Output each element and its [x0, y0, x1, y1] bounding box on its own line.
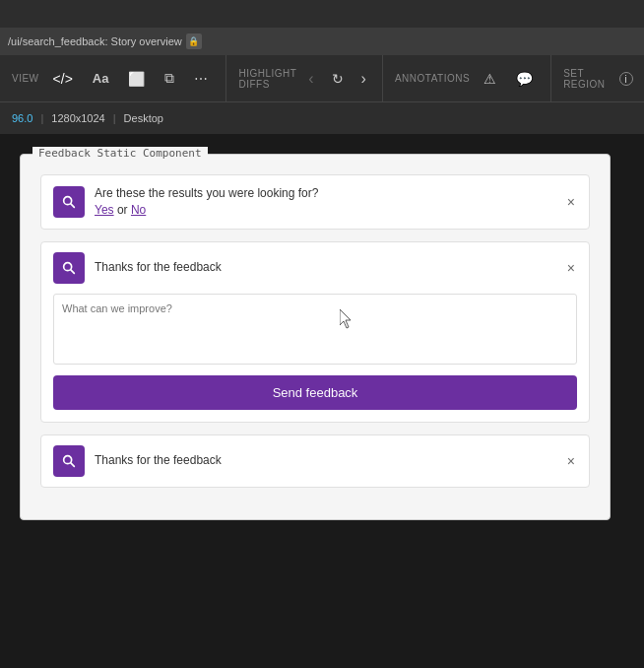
feedback-card-2: Thanks for the feedback × Send feedback: [40, 241, 590, 423]
card2-close-btn[interactable]: ×: [565, 259, 577, 277]
view-crop-btn[interactable]: ⬜: [122, 67, 151, 91]
crop-icon: ⬜: [128, 71, 145, 87]
feedback-textarea[interactable]: [53, 294, 577, 365]
card1-text: Are these the results you were looking f…: [95, 185, 555, 219]
annotation-comment-btn[interactable]: 💬: [510, 67, 539, 91]
comment-icon: 💬: [516, 71, 533, 87]
card2-search-icon-box: [53, 252, 85, 284]
view-layers-btn[interactable]: ⧉: [159, 66, 180, 91]
set-region-info-btn[interactable]: i: [613, 68, 639, 90]
view-label: VIEW: [12, 73, 39, 84]
diff-prev-btn[interactable]: ‹: [304, 68, 317, 90]
panel-title: Feedback Static Component: [32, 147, 208, 160]
highlight-diffs-section: HIGHLIGHT DIFFS ‹ ↻ ›: [226, 55, 382, 101]
sep1: |: [40, 112, 43, 124]
lock-icon: 🔒: [186, 33, 202, 49]
svg-line-1: [71, 203, 75, 207]
card3-header: Thanks for the feedback ×: [41, 435, 589, 487]
card1-header: Are these the results you were looking f…: [41, 175, 589, 229]
info-icon: i: [619, 72, 633, 86]
or-text: or: [117, 203, 128, 217]
view-section: VIEW </> Aa ⬜ ⧉ ⋯: [0, 55, 226, 101]
toolbar: VIEW </> Aa ⬜ ⧉ ⋯ HIGHLIGHT DIFFS ‹ ↻ › …: [0, 55, 644, 102]
feedback-static-component: Feedback Static Component Are these the …: [20, 154, 611, 520]
annotation-warning-btn[interactable]: ⚠: [478, 67, 502, 91]
breadcrumb-bar: /ui/search_feedback: Story overview 🔒: [0, 28, 644, 55]
device-type: Desktop: [124, 112, 163, 124]
sync-icon: ↻: [332, 71, 344, 87]
card2-body: Send feedback: [41, 294, 589, 422]
layers-icon: ⧉: [164, 70, 174, 87]
text-aa-icon: Aa: [93, 71, 109, 86]
card2-header-text: Thanks for the feedback: [95, 259, 555, 276]
diff-next-btn[interactable]: ›: [357, 68, 370, 90]
card3-close-btn[interactable]: ×: [565, 452, 577, 470]
card2-header: Thanks for the feedback ×: [41, 242, 589, 294]
main-content: Feedback Static Component Are these the …: [0, 134, 644, 668]
code-icon: </>: [53, 71, 73, 87]
card1-close-btn[interactable]: ×: [565, 193, 577, 211]
view-code-btn[interactable]: </>: [47, 67, 79, 91]
feedback-card-3: Thanks for the feedback ×: [40, 434, 590, 488]
card1-search-icon-box: [53, 186, 85, 218]
search-icon: [61, 194, 77, 210]
search-icon-3: [61, 453, 77, 469]
annotations-section: ANNOTATIONS ⚠ 💬: [383, 55, 551, 101]
view-more-btn[interactable]: ⋯: [188, 67, 214, 91]
svg-line-3: [71, 269, 75, 273]
sep2: |: [113, 112, 116, 124]
svg-line-5: [71, 462, 75, 466]
search-icon-2: [61, 260, 77, 276]
top-bar: [0, 0, 644, 28]
highlight-diffs-label: HIGHLIGHT DIFFS: [238, 68, 296, 90]
resolution: 1280x1024: [51, 112, 104, 124]
view-text-btn[interactable]: Aa: [87, 67, 115, 90]
chevron-right-icon: ›: [361, 70, 366, 87]
set-region-section: SET REGION i ⊞ Ignore Include Exclude: [551, 55, 644, 101]
breadcrumb-path: /ui/search_feedback: Story overview: [8, 35, 182, 47]
yes-link[interactable]: Yes: [95, 203, 114, 217]
set-region-label: SET REGION: [563, 68, 605, 90]
send-feedback-btn[interactable]: Send feedback: [53, 375, 577, 410]
feedback-card-1: Are these the results you were looking f…: [40, 174, 590, 230]
card3-header-text: Thanks for the feedback: [95, 452, 555, 469]
dims-bar: 96.0 | 1280x1024 | Desktop: [0, 102, 644, 134]
chevron-left-icon: ‹: [308, 70, 313, 87]
no-link[interactable]: No: [131, 203, 146, 217]
card3-search-icon-box: [53, 445, 85, 477]
warning-icon: ⚠: [483, 71, 496, 87]
annotations-label: ANNOTATIONS: [395, 73, 470, 84]
more-icon: ⋯: [194, 71, 208, 87]
zoom-level: 96.0: [12, 112, 32, 124]
diff-sync-btn[interactable]: ↻: [326, 67, 350, 91]
